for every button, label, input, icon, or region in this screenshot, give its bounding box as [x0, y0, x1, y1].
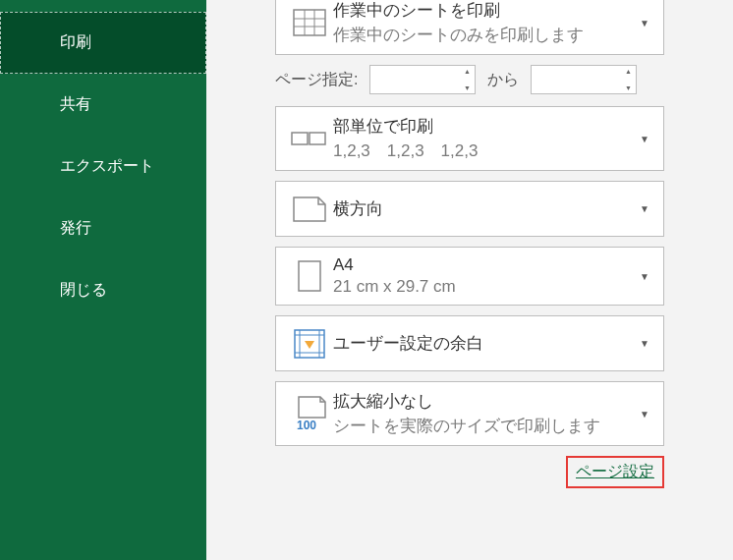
chevron-down-icon: ▼: [640, 203, 649, 214]
sidebar-item-label: 閉じる: [60, 281, 107, 298]
paper-subtitle: 21 cm x 29.7 cm: [333, 277, 632, 297]
svg-rect-7: [299, 261, 320, 291]
collate-dropdown[interactable]: 部単位で印刷 1,2,3 1,2,3 1,2,3 ▼: [275, 106, 664, 171]
svg-rect-6: [310, 133, 325, 144]
print-target-dropdown[interactable]: 作業中のシートを印刷 作業中のシートのみを印刷します ▼: [275, 0, 664, 55]
scaling-icon: 100: [286, 396, 333, 431]
page-icon: [286, 260, 333, 292]
print-target-subtitle: 作業中のシートのみを印刷します: [333, 24, 632, 46]
sidebar-item-label: 印刷: [60, 33, 91, 50]
page-from-input[interactable]: ▲ ▼: [369, 65, 476, 94]
collated-pages-icon: [286, 129, 333, 148]
landscape-orientation-icon: [286, 196, 333, 222]
chevron-down-icon: ▼: [640, 18, 649, 28]
svg-rect-0: [294, 10, 325, 35]
svg-rect-5: [292, 133, 308, 144]
spinner-up-icon[interactable]: ▲: [459, 68, 475, 75]
page-range-row: ページ指定: ▲ ▼ から ▲ ▼: [275, 65, 664, 94]
sidebar-item-export[interactable]: エクスポート: [0, 136, 206, 197]
print-settings-panel: 作業中のシートを印刷 作業中のシートのみを印刷します ▼ ページ指定: ▲ ▼ …: [206, 0, 733, 560]
svg-text:100: 100: [297, 419, 316, 431]
page-range-label: ページ指定:: [275, 70, 358, 90]
chevron-down-icon: ▼: [640, 271, 649, 282]
margins-title: ユーザー設定の余白: [333, 332, 632, 355]
spinner-down-icon[interactable]: ▼: [459, 84, 475, 91]
margins-dropdown[interactable]: ユーザー設定の余白 ▼: [275, 315, 664, 371]
sidebar-item-share[interactable]: 共有: [0, 74, 206, 136]
sheet-grid-icon: [286, 9, 333, 36]
paper-size-dropdown[interactable]: A4 21 cm x 29.7 cm ▼: [275, 247, 664, 306]
svg-marker-13: [305, 341, 314, 349]
margins-icon: [286, 329, 333, 359]
chevron-down-icon: ▼: [640, 134, 649, 144]
page-setup-link[interactable]: ページ設定: [566, 456, 664, 488]
orientation-dropdown[interactable]: 横方向 ▼: [275, 181, 664, 237]
page-to-input[interactable]: ▲ ▼: [531, 65, 637, 94]
collate-title: 部単位で印刷: [333, 115, 632, 138]
scaling-title: 拡大縮小なし: [333, 390, 632, 413]
chevron-down-icon: ▼: [640, 338, 649, 349]
sidebar-item-close[interactable]: 閉じる: [0, 259, 206, 321]
sidebar-item-publish[interactable]: 発行: [0, 197, 206, 259]
sidebar-item-print[interactable]: 印刷: [0, 12, 206, 74]
orientation-title: 横方向: [333, 197, 632, 220]
spinner-down-icon[interactable]: ▼: [620, 84, 636, 91]
sidebar-item-label: エクスポート: [60, 157, 154, 174]
scaling-dropdown[interactable]: 100 拡大縮小なし シートを実際のサイズで印刷します ▼: [275, 381, 664, 446]
sidebar-nav: 印刷 共有 エクスポート 発行 閉じる: [0, 0, 206, 560]
spinner-up-icon[interactable]: ▲: [620, 68, 636, 75]
scaling-subtitle: シートを実際のサイズで印刷します: [333, 415, 632, 437]
chevron-down-icon: ▼: [640, 409, 649, 420]
paper-title: A4: [333, 255, 632, 275]
sidebar-item-label: 発行: [60, 219, 91, 236]
collate-subtitle: 1,2,3 1,2,3 1,2,3: [333, 140, 632, 162]
page-range-to-label: から: [487, 70, 519, 90]
print-target-title: 作業中のシートを印刷: [333, 0, 632, 22]
sidebar-item-label: 共有: [60, 95, 91, 112]
